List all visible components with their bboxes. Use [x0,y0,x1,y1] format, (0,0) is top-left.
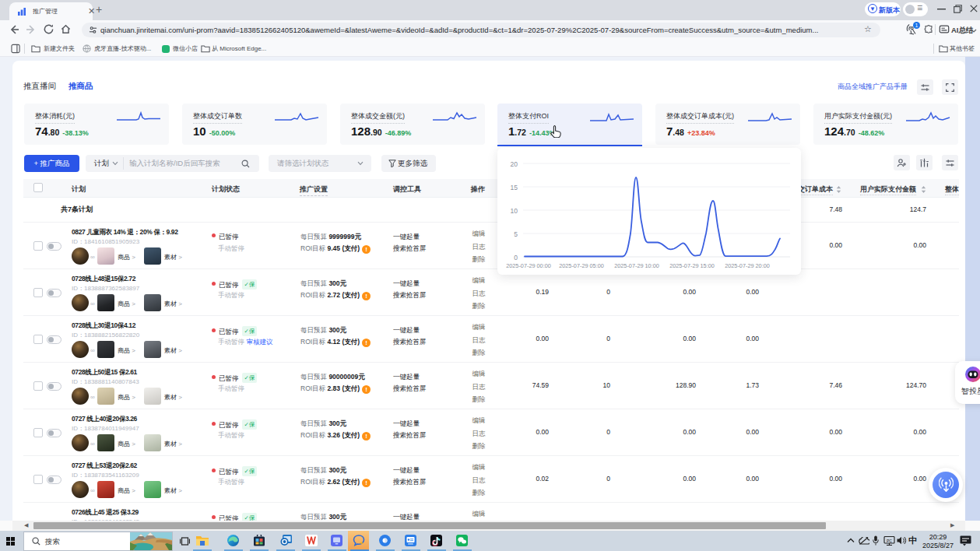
svg-text:15: 15 [511,184,518,191]
svg-text:2025-07-29 10:00: 2025-07-29 10:00 [614,262,659,269]
svg-text:20: 20 [511,160,518,168]
svg-text:2025-07-29 15:00: 2025-07-29 15:00 [669,262,715,269]
svg-text:PC: PC [887,539,892,543]
svg-text:10: 10 [511,207,518,215]
svg-text:2025-07-29 00:00: 2025-07-29 00:00 [506,262,551,269]
svg-text:0: 0 [514,254,518,261]
svg-text:2025-07-29 05:00: 2025-07-29 05:00 [559,262,604,269]
svg-text:2025-07-29 20:00: 2025-07-29 20:00 [725,262,770,269]
svg-text:5: 5 [514,230,518,238]
